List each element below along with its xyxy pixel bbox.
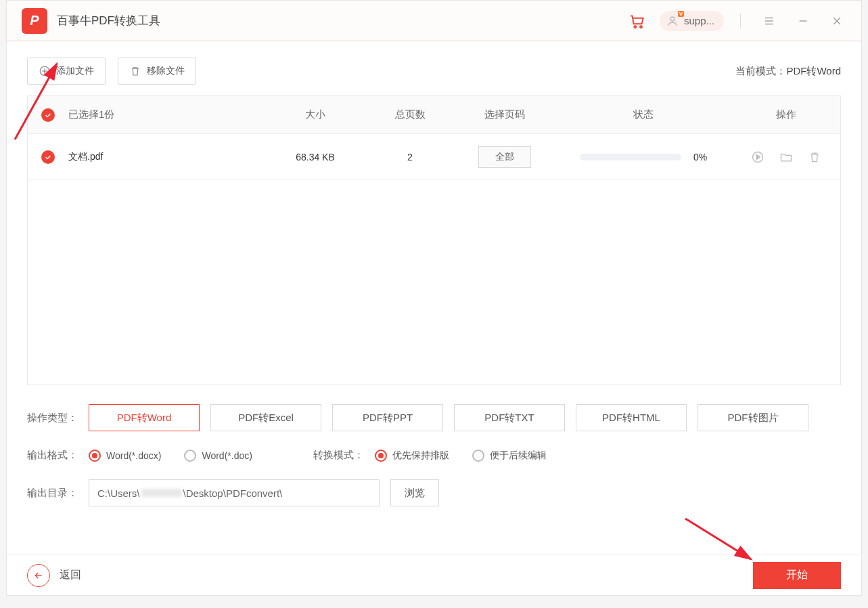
play-icon[interactable]: [750, 150, 765, 165]
header-selected: 已选择1份: [68, 108, 265, 121]
delete-icon[interactable]: [807, 150, 822, 165]
progress-text: 0%: [693, 152, 707, 162]
header-size: 大小: [265, 108, 366, 121]
page-range-button[interactable]: 全部: [478, 146, 531, 168]
back-label: 返回: [60, 568, 81, 582]
add-file-button[interactable]: 添加文件: [27, 58, 106, 85]
svg-marker-13: [756, 154, 760, 159]
type-pdf-word[interactable]: PDF转Word: [89, 404, 200, 431]
user-name: supp...: [684, 15, 714, 26]
table-row: 文档.pdf 68.34 KB 2 全部 0%: [28, 134, 840, 180]
radio-keep-layout[interactable]: 优先保持排版: [375, 450, 449, 462]
titlebar: P 百事牛PDF转换工具 V supp...: [7, 1, 861, 41]
header-status: 状态: [555, 108, 731, 121]
type-pdf-html[interactable]: PDF转HTML: [576, 404, 687, 431]
user-menu[interactable]: V supp...: [660, 11, 724, 31]
output-path-input[interactable]: C:\Users\\Desktop\PDFconvert\: [89, 479, 380, 506]
remove-file-button[interactable]: 移除文件: [118, 58, 196, 85]
type-pdf-image[interactable]: PDF转图片: [698, 404, 808, 431]
file-pages: 2: [366, 152, 454, 162]
user-avatar-icon: V: [665, 14, 680, 28]
header-actions: 操作: [731, 108, 840, 121]
minimize-icon[interactable]: [792, 10, 814, 32]
browse-button[interactable]: 浏览: [390, 479, 439, 506]
add-file-label: 添加文件: [56, 65, 94, 77]
remove-file-label: 移除文件: [147, 65, 185, 77]
type-pdf-excel[interactable]: PDF转Excel: [210, 404, 321, 431]
back-arrow-icon: [27, 564, 50, 587]
header-range: 选择页码: [454, 108, 555, 121]
file-table: 已选择1份 大小 总页数 选择页码 状态 操作 文档.pdf 68.34 KB …: [27, 95, 841, 385]
table-header: 已选择1份 大小 总页数 选择页码 状态 操作: [28, 96, 840, 134]
output-dir-label: 输出目录：: [27, 487, 78, 500]
masked-username: [141, 489, 182, 497]
close-icon[interactable]: [826, 10, 848, 32]
output-format-label: 输出格式：: [27, 449, 78, 462]
progress-bar: [580, 154, 681, 160]
svg-point-0: [634, 26, 636, 28]
app-title: 百事牛PDF转换工具: [57, 13, 160, 28]
convert-mode-label: 转换模式：: [313, 449, 364, 462]
select-all-checkbox[interactable]: [41, 108, 55, 122]
back-button[interactable]: 返回: [27, 564, 81, 587]
start-button[interactable]: 开始: [753, 562, 841, 589]
radio-docx[interactable]: Word(*.docx): [89, 450, 161, 462]
current-mode: 当前模式：PDF转Word: [735, 65, 841, 78]
radio-doc[interactable]: Word(*.doc): [184, 450, 252, 462]
svg-point-1: [640, 26, 642, 28]
type-pdf-txt[interactable]: PDF转TXT: [454, 404, 565, 431]
menu-icon[interactable]: [758, 10, 780, 32]
operation-type-label: 操作类型：: [27, 412, 78, 425]
svg-point-2: [670, 17, 675, 21]
header-pages: 总页数: [366, 108, 454, 121]
vip-badge: V: [678, 11, 684, 17]
file-name: 文档.pdf: [68, 151, 265, 163]
radio-editable[interactable]: 便于后续编辑: [472, 450, 547, 462]
cart-icon[interactable]: [626, 10, 647, 32]
app-logo: P: [22, 8, 47, 34]
type-pdf-ppt[interactable]: PDF转PPT: [332, 404, 443, 431]
file-size: 68.34 KB: [265, 152, 366, 162]
separator: [740, 14, 741, 28]
folder-icon[interactable]: [779, 150, 794, 165]
row-checkbox[interactable]: [41, 150, 55, 164]
